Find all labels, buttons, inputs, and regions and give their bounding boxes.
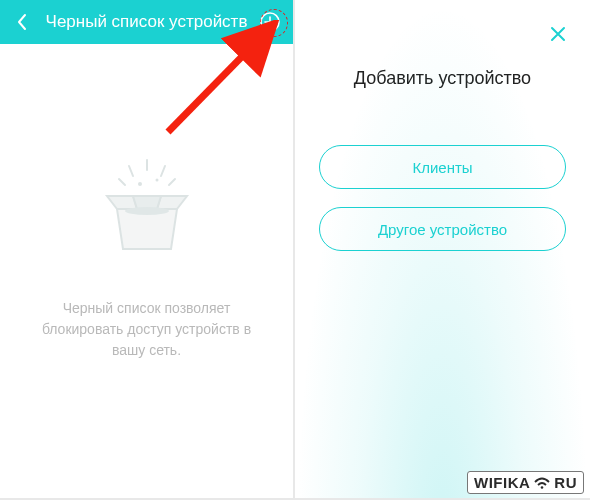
add-device-button[interactable] [257,9,283,35]
watermark-text-right: RU [554,474,577,491]
empty-state: Черный список позволяет блокировать дост… [0,44,293,361]
sheet-title: Добавить устройство [295,68,590,89]
svg-point-6 [138,182,142,186]
close-icon [549,25,567,43]
svg-point-10 [541,486,544,489]
svg-line-2 [129,166,133,176]
titlebar: Черный список устройств [0,0,293,44]
empty-state-caption: Черный список позволяет блокировать дост… [0,298,293,361]
chevron-left-icon [16,13,28,31]
option-list: Клиенты Другое устройство [295,145,590,251]
svg-point-7 [155,179,158,182]
screen-blacklist: Черный список устройств [0,0,295,500]
svg-line-4 [119,179,125,185]
close-button[interactable] [544,20,572,48]
option-other-device-button[interactable]: Другое устройство [319,207,566,251]
back-button[interactable] [10,10,34,34]
watermark-text-left: WIFIKA [474,474,530,491]
svg-point-8 [125,207,169,215]
svg-line-5 [169,179,175,185]
screen-title: Черный список устройств [0,12,293,32]
watermark-badge: WIFIKA RU [467,471,584,494]
screen-add-device-sheet: Добавить устройство Клиенты Другое устро… [295,0,590,500]
plus-circle-icon [259,11,281,33]
option-clients-button[interactable]: Клиенты [319,145,566,189]
svg-line-3 [161,166,165,176]
wifi-icon [534,477,550,489]
empty-box-icon [87,154,207,264]
